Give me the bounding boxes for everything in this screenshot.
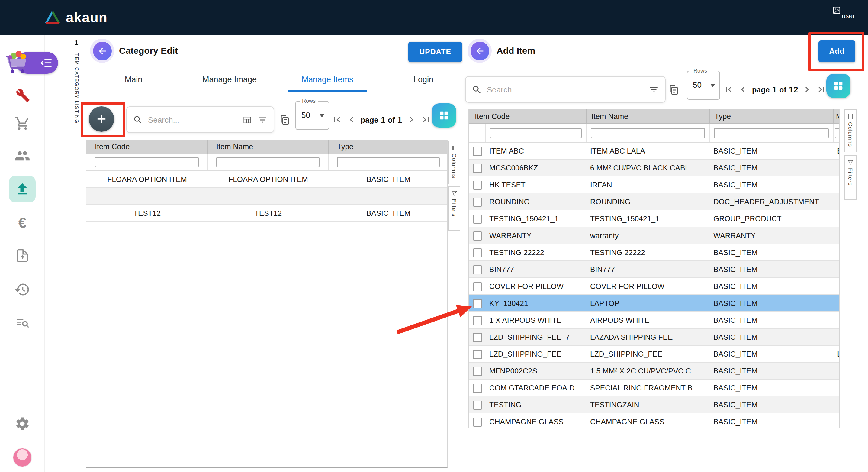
- tab-main[interactable]: Main: [117, 69, 150, 89]
- rows-per-page-select[interactable]: Rows 50: [687, 71, 720, 100]
- cell: [834, 329, 839, 346]
- cell: [208, 188, 329, 205]
- cell: BASIC_ITEM: [710, 380, 834, 396]
- filter-item-code-input[interactable]: [490, 128, 582, 138]
- tab-manage-items[interactable]: Manage Items: [285, 69, 370, 89]
- side-tabs-strip: Columns Filters: [448, 140, 460, 468]
- table-row[interactable]: MCSC006BKZ6 MM² CU/PVC BLACK CABL...BASI…: [469, 159, 839, 176]
- table-row[interactable]: LZD_SHIPPING_FEE_7LAZADA SHIPPING FEEBAS…: [469, 329, 839, 346]
- copy-list-icon[interactable]: [278, 114, 290, 126]
- prev-page-button[interactable]: [346, 114, 357, 125]
- table-row[interactable]: WARRANTYwarrantyWARRANTY: [469, 227, 839, 244]
- header-item-name: Item Name: [587, 109, 710, 124]
- grid-view-button[interactable]: [432, 104, 456, 127]
- profile-avatar[interactable]: [13, 448, 31, 467]
- grid-icon: [832, 80, 844, 92]
- row-checkbox[interactable]: [469, 210, 486, 227]
- row-checkbox[interactable]: [469, 329, 486, 346]
- rows-per-page-select[interactable]: Rows 50: [296, 101, 329, 130]
- add-item-plus-button[interactable]: +: [89, 106, 114, 132]
- table-row[interactable]: CHAMPAGNE GLASSCHAMPAGNE GLASSBASIC_ITEM: [469, 413, 839, 428]
- columns-side-tab[interactable]: Columns: [844, 109, 857, 152]
- sidebar-item-apps[interactable]: [14, 87, 30, 103]
- tab-manage-image[interactable]: Manage Image: [187, 69, 272, 89]
- columns-side-tab[interactable]: Columns: [448, 141, 460, 184]
- table-row[interactable]: [86, 188, 447, 205]
- sidebar-item-search-listing[interactable]: [14, 315, 30, 331]
- row-checkbox[interactable]: [469, 143, 486, 159]
- sidebar-item-history[interactable]: [14, 282, 30, 297]
- last-page-button[interactable]: [816, 84, 827, 95]
- filter-item-code-input[interactable]: [95, 157, 199, 168]
- row-checkbox[interactable]: [469, 413, 486, 428]
- sidebar-item-contacts[interactable]: [14, 148, 30, 164]
- filter-icon[interactable]: [649, 84, 659, 95]
- table-row[interactable]: TESTING_150421_1TESTING_150421_1GROUP_PR…: [469, 210, 839, 227]
- filters-side-tab[interactable]: Filters: [448, 186, 460, 231]
- add-button[interactable]: Add: [818, 40, 855, 62]
- row-checkbox[interactable]: [469, 227, 486, 244]
- table-row[interactable]: HK TESETIRFANBASIC_ITEM: [469, 176, 839, 194]
- row-checkbox[interactable]: [469, 194, 486, 210]
- tab-login[interactable]: Login: [407, 69, 440, 89]
- search-input[interactable]: [487, 85, 644, 94]
- row-checkbox[interactable]: [469, 261, 486, 278]
- grid-view-button[interactable]: [826, 74, 850, 98]
- search-input[interactable]: [148, 115, 238, 124]
- row-checkbox[interactable]: [469, 244, 486, 261]
- next-page-button[interactable]: [802, 84, 813, 95]
- row-checkbox[interactable]: [469, 346, 486, 363]
- table-row[interactable]: TESTING 22222TESTING 22222BASIC_ITEM: [469, 244, 839, 261]
- next-page-button[interactable]: [406, 114, 416, 125]
- category-edit-panel: Category Edit UPDATE Main Manage Image M…: [82, 35, 463, 472]
- prev-page-button[interactable]: [738, 84, 748, 95]
- table-row[interactable]: MFNP002C2S1.5 MM² X 2C CU/PVC/PVC C...BA…: [469, 363, 839, 380]
- table-row[interactable]: BIN777BIN777BASIC_ITEM: [469, 261, 839, 278]
- filter-type-input[interactable]: [337, 157, 440, 168]
- table-row[interactable]: LZD_SHIPPING_FEELZD_SHIPPING_FEEBASIC_IT…: [469, 346, 839, 363]
- sidebar-item-cart[interactable]: [14, 115, 30, 131]
- row-checkbox[interactable]: [469, 278, 486, 295]
- filters-side-tab[interactable]: Filters: [844, 155, 857, 200]
- table-row[interactable]: ROUNDINGROUNDINGDOC_HEADER_ADJUSTMENT: [469, 194, 839, 210]
- table-row[interactable]: FLOARA OPTION ITEMFLOARA OPTION ITEMBASI…: [86, 171, 447, 188]
- row-checkbox[interactable]: [469, 295, 486, 312]
- row-checkbox[interactable]: [469, 380, 486, 396]
- cell: [834, 278, 839, 295]
- cell: ITEM ABC LALA: [587, 143, 710, 159]
- user-avatar[interactable]: user: [832, 6, 855, 19]
- back-button[interactable]: [467, 39, 492, 63]
- filter-item-name-input[interactable]: [591, 128, 705, 138]
- cell: BASIC_ITEM: [710, 176, 834, 194]
- row-checkbox[interactable]: [469, 312, 486, 329]
- filter-icon[interactable]: [257, 115, 268, 125]
- table-row[interactable]: TEST12TEST12BASIC_ITEM: [86, 205, 447, 222]
- sidebar-item-finance[interactable]: €: [14, 215, 30, 231]
- back-button[interactable]: [90, 39, 114, 63]
- table-row[interactable]: KY_130421LAPTOPBASIC_ITEM: [469, 295, 839, 312]
- first-page-button[interactable]: [723, 84, 734, 95]
- checkbox-icon: [473, 401, 482, 409]
- filter-clipped-input[interactable]: [835, 128, 840, 138]
- update-button[interactable]: UPDATE: [408, 42, 462, 62]
- table-row[interactable]: COVER FOR PILLOWCOVER FOR PILLOWBASIC_IT…: [469, 278, 839, 295]
- row-checkbox[interactable]: [469, 159, 486, 176]
- row-checkbox[interactable]: [469, 176, 486, 194]
- table-row[interactable]: ITEM ABCITEM ABC LALABASIC_ITEMBL: [469, 143, 839, 159]
- cell: COVER FOR PILLOW: [587, 278, 710, 295]
- row-checkbox[interactable]: [469, 363, 486, 380]
- module-tab-item-category-listing[interactable]: 1 ITEM CATEGORY LISTING: [71, 35, 82, 472]
- filter-type-input[interactable]: [714, 128, 829, 138]
- table-row[interactable]: TESTINGTESTINGZAINBASIC_ITEM: [469, 396, 839, 413]
- table-row[interactable]: COM.GTARCADE.EOA.D...SPECIAL RING FRAGME…: [469, 380, 839, 396]
- copy-list-icon[interactable]: [668, 84, 680, 96]
- sidebar-item-settings[interactable]: [14, 416, 30, 432]
- filter-item-name-input[interactable]: [216, 157, 319, 168]
- sidebar-item-file-upload[interactable]: [14, 248, 30, 264]
- table-row[interactable]: 1 X AIRPODS WHITEAIRPODS WHITEBASIC_ITEM: [469, 312, 839, 329]
- row-checkbox[interactable]: [469, 396, 486, 413]
- sidebar-item-items-active[interactable]: [9, 176, 36, 203]
- last-page-button[interactable]: [420, 114, 431, 125]
- first-page-button[interactable]: [332, 114, 342, 125]
- table-columns-icon[interactable]: [242, 115, 252, 125]
